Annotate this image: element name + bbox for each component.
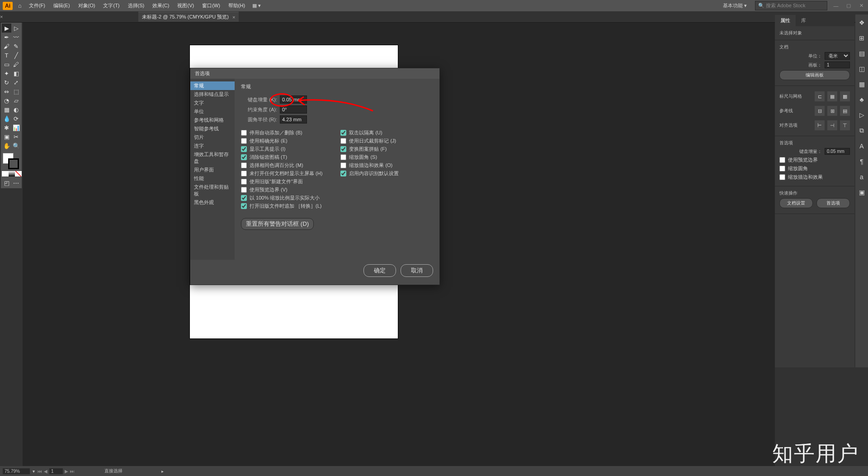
menu-type[interactable]: 文字(T) [99,1,123,10]
zoom-level[interactable]: 75.79% [3,468,30,474]
eyedropper-tool[interactable]: 💧 [2,114,11,123]
prev-artboard-icon[interactable]: ◀ [44,469,47,474]
cancel-button[interactable]: 取消 [401,264,433,277]
ruler-icon[interactable]: ⊏ [815,91,825,101]
stroke-swatch[interactable] [8,158,19,169]
artboard-nav-input[interactable]: 1 [49,468,63,474]
brushes-icon[interactable]: ◫ [859,65,865,72]
pref-checkbox[interactable] [241,162,247,168]
pref-checkbox[interactable] [241,130,247,136]
cat-performance[interactable]: 性能 [190,174,235,183]
artboard-number-input[interactable] [825,62,850,68]
pref-checkbox[interactable] [241,146,247,152]
status-expand-icon[interactable]: ▸ [161,469,164,474]
constrain-angle-input[interactable] [280,105,307,114]
cat-ui[interactable]: 用户界面 [190,166,235,174]
prefs-button[interactable]: 首选项 [816,198,850,208]
color-icon[interactable]: ♣ [859,96,863,103]
blend-tool[interactable]: ⟳ [11,114,21,123]
transparency-grid-icon[interactable]: ▩ [840,91,850,101]
symbol-tool[interactable]: ✱ [2,123,11,132]
key-inc-prop-input[interactable] [825,148,850,155]
close-doc-icon[interactable]: × [0,14,3,19]
scale-tool[interactable]: ⤢ [11,78,21,87]
eraser-tool[interactable]: ◧ [11,69,21,78]
cat-smart-guides[interactable]: 智能参考线 [190,124,235,133]
guide-icon-3[interactable]: ▤ [840,106,850,116]
fill-stroke-control[interactable] [2,152,21,170]
type-tool[interactable]: T [2,51,11,60]
cat-hyphen[interactable]: 连字 [190,142,235,150]
line-tool[interactable]: ╱ [11,51,21,60]
cat-slices[interactable]: 切片 [190,133,235,142]
ok-button[interactable]: 确定 [363,264,396,277]
slice-tool[interactable]: ✂ [11,132,21,141]
pref-checkbox[interactable] [340,146,346,152]
reset-warnings-button[interactable]: 重置所有警告对话框 (D) [241,218,314,230]
brush-tool[interactable]: 🖌 [2,42,11,51]
menu-effect[interactable]: 效果(C) [149,1,173,10]
asset-icon[interactable]: ▣ [859,189,865,196]
key-increment-input[interactable] [280,95,307,104]
draw-normal-icon[interactable]: ◰ [2,178,11,187]
menu-object[interactable]: 对象(O) [75,1,99,10]
pref-checkbox[interactable] [340,138,346,144]
cat-units[interactable]: 单位 [190,107,235,116]
cat-selection[interactable]: 选择和锚点显示 [190,90,235,99]
doc-setup-button[interactable]: 文档设置 [779,198,813,208]
play-icon[interactable]: ▷ [859,111,864,119]
width-tool[interactable]: ⇔ [2,87,11,96]
rectangle-tool[interactable]: ▭ [2,60,11,69]
menu-edit[interactable]: 编辑(E) [50,1,74,10]
preview-bounds-checkbox[interactable] [779,157,785,163]
unit-select[interactable]: 毫米 [825,52,850,60]
first-artboard-icon[interactable]: ⏮ [38,469,42,474]
window-close-icon[interactable]: ✕ [857,3,865,9]
grid-icon[interactable]: ▦ ▾ [252,3,261,9]
symbols-icon[interactable]: ▦ [859,81,865,88]
cat-general[interactable]: 常规 [190,81,235,90]
tab-properties[interactable]: 属性 [775,15,796,26]
free-transform-tool[interactable]: ⬚ [11,87,21,96]
pref-checkbox[interactable] [340,130,346,136]
zoom-dropdown-icon[interactable]: ▾ [33,469,35,474]
menu-view[interactable]: 视图(V) [174,1,198,10]
paintbrush-tool[interactable]: 🖊 [11,60,21,69]
pref-checkbox[interactable] [340,171,346,176]
guide-icon-2[interactable]: ⊞ [827,106,837,116]
corner-radius-input[interactable] [280,115,307,124]
layers-icon[interactable]: ❖ [859,19,865,26]
perspective-tool[interactable]: ▱ [11,96,21,105]
last-artboard-icon[interactable]: ⏭ [70,469,75,474]
swatch-gradient[interactable] [9,171,15,176]
cat-guides[interactable]: 参考线和网格 [190,116,235,124]
cat-plugins[interactable]: 增效工具和暂存盘 [190,150,235,166]
hand-tool[interactable]: ✋ [2,141,11,150]
glyphs-icon[interactable]: ¶ [860,158,863,165]
cat-file-clipboard[interactable]: 文件处理和剪贴板 [190,183,235,198]
swatch-color[interactable] [2,171,9,176]
snap-icon-2[interactable]: ⊣ [827,120,837,130]
tab-libraries[interactable]: 库 [796,15,811,26]
window-minimize-icon[interactable]: — [832,3,840,9]
blob-brush-tool[interactable]: ✎ [11,42,21,51]
cat-type[interactable]: 文字 [190,99,235,107]
links-icon[interactable]: ⧉ [859,127,864,134]
pref-checkbox[interactable] [340,162,346,168]
scale-strokes-checkbox[interactable] [779,174,785,180]
guide-icon-1[interactable]: ⊟ [815,106,825,116]
zoom-tool[interactable]: 🔍 [11,141,21,150]
workspace-selector[interactable]: 基本功能 ▾ [719,1,750,10]
menu-help[interactable]: 帮助(H) [225,1,249,10]
menu-window[interactable]: 窗口(W) [198,1,224,10]
swatches-icon[interactable]: ▤ [859,50,865,57]
attributes-icon[interactable]: a [860,173,863,181]
column-graph-tool[interactable]: 📊 [11,123,21,132]
pref-checkbox[interactable] [241,179,247,185]
document-tab[interactable]: 未标题-2 @ 75.79% (CMYK/GPU 预览) × [138,12,239,22]
pen-tool[interactable]: ✒ [2,33,11,42]
gradient-tool[interactable]: ◐ [11,105,21,114]
pref-checkbox[interactable] [340,154,346,160]
stock-search[interactable]: 🔍 搜索 Adobe Stock [755,1,827,10]
mesh-tool[interactable]: ▦ [2,105,11,114]
